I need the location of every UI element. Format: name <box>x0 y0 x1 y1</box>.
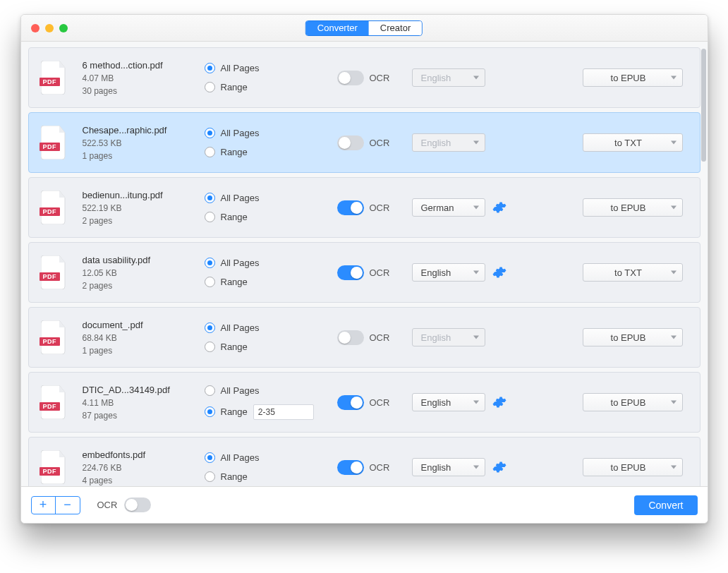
range-option: Range <box>205 212 324 222</box>
zoom-icon[interactable] <box>59 24 68 32</box>
language-select: English <box>412 68 485 87</box>
output-format-col: to EPUB <box>530 68 690 87</box>
scrollbar-thumb[interactable] <box>701 49 706 162</box>
all-pages-radio[interactable] <box>205 193 215 203</box>
file-name: document_.pdf <box>83 320 192 330</box>
gear-icon[interactable] <box>492 200 506 215</box>
output-format-value: to EPUB <box>611 397 646 408</box>
language-select[interactable]: English <box>412 263 485 282</box>
file-info: document_.pdf68.84 KB1 pages <box>83 320 192 356</box>
range-radio[interactable] <box>205 342 215 352</box>
range-radio[interactable] <box>205 147 215 157</box>
gear-icon[interactable] <box>492 460 506 474</box>
range-radio[interactable] <box>205 82 215 92</box>
output-format-select[interactable]: to EPUB <box>583 198 683 217</box>
output-format-select[interactable]: to TXT <box>583 263 683 282</box>
chevron-down-icon <box>671 206 677 210</box>
file-pages: 87 pages <box>83 411 192 421</box>
all-pages-label: All Pages <box>221 322 260 333</box>
range-label: Range <box>221 147 248 157</box>
output-format-select[interactable]: to EPUB <box>583 393 683 411</box>
file-row[interactable]: PDFDTIC_AD...34149.pdf4.11 MB87 pagesAll… <box>28 372 700 433</box>
output-format-select[interactable]: to EPUB <box>583 68 683 87</box>
all-pages-radio[interactable] <box>205 452 215 463</box>
tab-creator[interactable]: Creator <box>369 21 422 35</box>
file-row[interactable]: PDFdocument_.pdf68.84 KB1 pagesAll Pages… <box>28 307 700 368</box>
file-row[interactable]: PDFembedfonts.pdf224.76 KB4 pagesAll Pag… <box>28 437 700 486</box>
pdf-badge: PDF <box>40 467 61 476</box>
all-pages-option: All Pages <box>205 193 324 203</box>
global-ocr-toggle[interactable] <box>124 497 151 512</box>
output-format-value: to EPUB <box>611 73 646 83</box>
output-format-col: to EPUB <box>530 458 690 476</box>
language-select[interactable]: German <box>412 198 485 217</box>
ocr-col: OCR <box>337 135 399 150</box>
all-pages-radio[interactable] <box>205 258 215 268</box>
range-radio[interactable] <box>205 277 215 287</box>
language-select: English <box>412 133 485 152</box>
language-col: English <box>412 328 518 346</box>
language-select[interactable]: English <box>412 458 485 476</box>
file-info: embedfonts.pdf224.76 KB4 pages <box>83 450 192 485</box>
all-pages-label: All Pages <box>221 128 260 138</box>
range-radio[interactable] <box>205 471 215 482</box>
file-row[interactable]: PDFdata usability.pdf12.05 KB2 pagesAll … <box>28 242 700 303</box>
range-option: Range <box>205 82 324 92</box>
ocr-toggle[interactable] <box>337 330 364 345</box>
range-option: Range <box>205 147 324 157</box>
output-format-select[interactable]: to EPUB <box>583 328 683 346</box>
page-range-col: All PagesRange <box>205 63 324 92</box>
gear-icon[interactable] <box>492 395 506 409</box>
file-icon-col: PDF <box>39 61 70 95</box>
all-pages-option: All Pages <box>205 128 324 138</box>
language-col: English <box>412 68 518 87</box>
output-format-select[interactable]: to EPUB <box>583 458 683 476</box>
file-size: 12.05 KB <box>83 268 192 278</box>
file-row[interactable]: PDF6 method...ction.pdf4.07 MB30 pagesAl… <box>28 47 700 108</box>
gear-icon[interactable] <box>492 265 506 279</box>
ocr-toggle[interactable] <box>337 200 364 215</box>
all-pages-radio[interactable] <box>205 322 215 333</box>
output-format-col: to TXT <box>530 263 690 282</box>
chevron-down-icon <box>671 466 677 469</box>
minimize-icon[interactable] <box>45 24 54 32</box>
close-icon[interactable] <box>31 24 40 32</box>
language-value: English <box>421 267 451 278</box>
mode-tabs: Converter Creator <box>305 20 423 36</box>
all-pages-radio[interactable] <box>205 63 215 73</box>
remove-button[interactable]: − <box>56 497 80 514</box>
ocr-toggle[interactable] <box>337 135 364 150</box>
file-info: 6 method...ction.pdf4.07 MB30 pages <box>83 60 192 96</box>
range-label: Range <box>221 471 248 482</box>
add-button[interactable]: + <box>32 497 56 514</box>
file-list-area: PDF6 method...ction.pdf4.07 MB30 pagesAl… <box>21 42 708 486</box>
chevron-down-icon <box>671 141 677 145</box>
pdf-badge: PDF <box>40 78 61 86</box>
language-select: English <box>412 328 485 346</box>
ocr-toggle[interactable] <box>337 265 364 280</box>
output-format-value: to EPUB <box>611 332 646 343</box>
ocr-col: OCR <box>337 71 399 85</box>
pdf-badge: PDF <box>40 207 61 216</box>
range-radio[interactable] <box>205 406 215 417</box>
range-input[interactable] <box>253 404 314 420</box>
file-pages: 2 pages <box>83 281 192 291</box>
file-info: Chesape...raphic.pdf522.53 KB1 pages <box>83 125 192 161</box>
all-pages-radio[interactable] <box>205 385 215 396</box>
page-range-col: All PagesRange <box>205 193 324 222</box>
file-row[interactable]: PDFbedienun...itung.pdf522.19 KB2 pagesA… <box>28 177 700 238</box>
range-radio[interactable] <box>205 212 215 222</box>
all-pages-radio[interactable] <box>205 128 215 138</box>
output-format-select[interactable]: to TXT <box>583 133 683 152</box>
file-row[interactable]: PDFChesape...raphic.pdf522.53 KB1 pagesA… <box>28 112 700 173</box>
file-pages: 30 pages <box>83 86 192 96</box>
ocr-label: OCR <box>370 203 390 213</box>
ocr-toggle[interactable] <box>337 71 364 85</box>
file-size: 522.53 KB <box>83 138 192 148</box>
ocr-toggle[interactable] <box>337 395 364 410</box>
tab-converter[interactable]: Converter <box>306 21 369 35</box>
ocr-label: OCR <box>370 397 390 408</box>
ocr-toggle[interactable] <box>337 460 364 475</box>
language-select[interactable]: English <box>412 393 485 411</box>
convert-button[interactable]: Convert <box>634 495 697 515</box>
